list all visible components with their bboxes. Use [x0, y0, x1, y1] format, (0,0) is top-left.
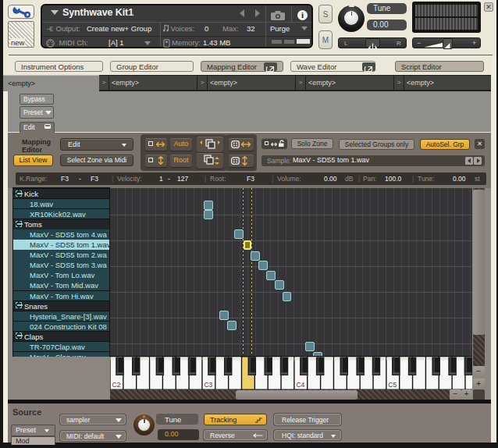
svg-text:C5: C5 — [388, 381, 397, 389]
svg-text:C3: C3 — [204, 381, 212, 389]
svg-text:C2: C2 — [112, 381, 121, 389]
svg-text:C4: C4 — [296, 381, 304, 389]
